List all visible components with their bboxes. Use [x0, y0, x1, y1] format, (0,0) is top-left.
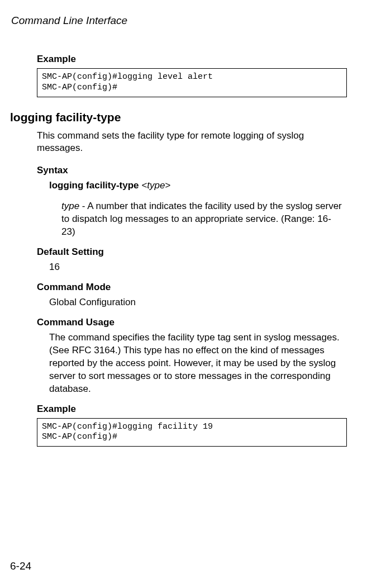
- syntax-arg: <type>: [141, 180, 170, 191]
- running-header: Command Line Interface: [11, 15, 357, 27]
- param-text: A number that indicates the facility use…: [61, 201, 342, 237]
- example2-heading: Example: [37, 404, 357, 415]
- syntax-command: logging facility-type: [49, 180, 141, 191]
- command-title: logging facility-type: [10, 111, 357, 124]
- command-usage-heading: Command Usage: [37, 317, 357, 328]
- page-container: Command Line Interface Example SMC-AP(co…: [0, 0, 367, 588]
- page-number: 6-24: [10, 560, 31, 572]
- command-mode-heading: Command Mode: [37, 282, 357, 293]
- command-description: This command sets the facility type for …: [37, 130, 345, 155]
- param-sep: -: [79, 201, 87, 211]
- syntax-line: logging facility-type <type>: [49, 179, 345, 192]
- syntax-param-desc: type - A number that indicates the facil…: [61, 200, 345, 239]
- default-setting-value: 16: [49, 261, 345, 274]
- syntax-heading: Syntax: [37, 165, 357, 176]
- command-usage-text: The command specifies the facility type …: [49, 331, 345, 396]
- example1-heading: Example: [37, 54, 357, 65]
- default-setting-heading: Default Setting: [37, 246, 357, 258]
- param-name: type: [61, 201, 79, 211]
- example2-code: SMC-AP(config)#logging facility 19 SMC-A…: [37, 418, 347, 447]
- example1-code: SMC-AP(config)#logging level alert SMC-A…: [37, 68, 347, 97]
- command-mode-value: Global Configuration: [49, 296, 345, 309]
